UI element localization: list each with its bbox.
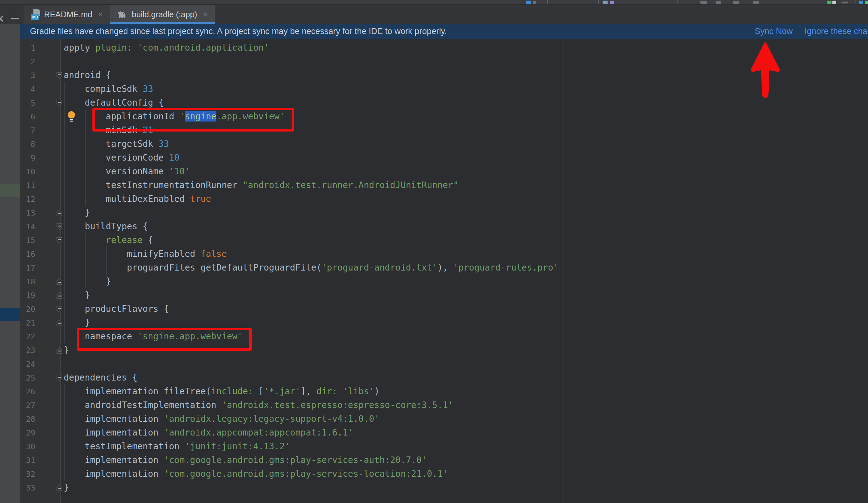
fold-column: [35, 82, 64, 96]
indent-guide: [64, 316, 65, 330]
toolbar-icon[interactable]: [533, 1, 536, 4]
sync-now-link[interactable]: Sync Now: [755, 27, 793, 36]
fold-collapse-icon[interactable]: [56, 100, 62, 106]
fold-dash: [58, 213, 61, 214]
line-number: 29: [20, 428, 35, 437]
fold-column: [35, 398, 64, 412]
code-text[interactable]: apply plugin: 'com.android.application': [64, 41, 269, 55]
toolbar-icon[interactable]: [842, 2, 848, 3]
toolbar-icon[interactable]: [753, 1, 759, 4]
fold-collapse-icon[interactable]: [56, 72, 62, 79]
toolbar-icon[interactable]: [700, 1, 707, 4]
indent-guide: [85, 178, 86, 192]
fold-expand-icon[interactable]: [56, 485, 62, 491]
code-text[interactable]: minifyEnabled false: [64, 247, 227, 261]
indent-guide: [85, 151, 86, 165]
indent-guide: [64, 192, 65, 206]
code-line: 9 versionCode 10: [20, 151, 868, 165]
fold-column: [35, 302, 64, 316]
fold-expand-icon[interactable]: [56, 278, 62, 285]
code-text[interactable]: versionCode 10: [64, 151, 179, 165]
line-number: 32: [20, 470, 35, 479]
code-text[interactable]: dependencies {: [64, 371, 137, 385]
fold-dash: [58, 102, 61, 103]
toolbar-icon[interactable]: [859, 1, 863, 4]
line-number: 3: [20, 71, 35, 80]
hide-icon[interactable]: [11, 18, 19, 19]
code-line: 29 implementation 'androidx.appcompat:ap…: [20, 426, 868, 440]
fold-column: [35, 96, 64, 110]
fold-collapse-icon[interactable]: [56, 306, 62, 312]
toolbar-separator: [855, 0, 856, 4]
indent-guide: [85, 123, 86, 137]
intention-bulb-icon[interactable]: [66, 111, 76, 122]
indent-guide: [106, 261, 107, 275]
code-text[interactable]: compileSdk 33: [64, 82, 153, 96]
tab-readme[interactable]: MD README.md ×: [24, 5, 110, 24]
code-text[interactable]: productFlavors {: [64, 302, 169, 316]
code-line: 24: [20, 357, 868, 371]
code-text[interactable]: androidTestImplementation 'androidx.test…: [64, 398, 453, 412]
line-number: 14: [20, 222, 35, 231]
code-text[interactable]: buildTypes {: [64, 220, 148, 233]
code-text[interactable]: release {: [64, 233, 153, 247]
editor-tab-bar: ✕ MD README.md × build.gradle (:app) ×: [0, 4, 868, 24]
code-text[interactable]: testInstrumentationRunner "androidx.test…: [64, 178, 458, 192]
indent-guide: [64, 275, 65, 288]
code-line: 32 implementation 'com.google.android.gm…: [20, 467, 868, 481]
run-icon[interactable]: [526, 1, 531, 4]
fold-column: [35, 110, 64, 123]
code-text[interactable]: versionName '10': [64, 165, 190, 178]
main-toolbar: [0, 0, 868, 4]
code-text[interactable]: testImplementation 'junit:junit:4.13.2': [64, 440, 290, 453]
indent-guide: [85, 233, 86, 247]
fold-collapse-icon[interactable]: [56, 237, 62, 244]
fold-expand-icon[interactable]: [56, 292, 62, 299]
code-text[interactable]: }: [64, 275, 111, 288]
toolbar-icon[interactable]: [716, 1, 721, 4]
indent-guide: [64, 302, 65, 316]
close-icon[interactable]: ×: [98, 9, 103, 19]
fold-column: [35, 481, 64, 495]
line-number: 2: [20, 57, 35, 66]
tab-build-gradle[interactable]: build.gradle (:app) ×: [110, 5, 215, 24]
code-text[interactable]: proguardFiles getDefaultProguardFile('pr…: [64, 261, 559, 275]
fold-expand-icon[interactable]: [56, 347, 62, 354]
code-text[interactable]: implementation 'com.google.android.gms:p…: [64, 453, 427, 467]
toolbar-icon[interactable]: [733, 1, 740, 4]
code-line: 1apply plugin: 'com.android.application': [20, 41, 868, 55]
line-number: 20: [20, 305, 35, 314]
code-text[interactable]: }: [64, 481, 69, 495]
indent-guide: [64, 82, 65, 96]
sync-icon[interactable]: [827, 1, 831, 4]
code-text[interactable]: implementation fileTree(include: ['*.jar…: [64, 385, 380, 398]
code-text[interactable]: android {: [64, 68, 111, 82]
code-line: 10 versionName '10': [20, 165, 868, 178]
code-text[interactable]: }: [64, 288, 90, 302]
line-number: 8: [20, 140, 35, 149]
green-marker-band: [0, 184, 20, 197]
indent-guide: [85, 110, 86, 123]
indent-guide: [64, 385, 65, 398]
fold-dash: [58, 377, 61, 378]
fold-column: [35, 220, 64, 233]
code-text[interactable]: implementation 'com.google.android.gms:p…: [64, 467, 448, 481]
code-line: 26 implementation fileTree(include: ['*.…: [20, 385, 868, 398]
code-text[interactable]: }: [64, 206, 90, 220]
fold-collapse-icon[interactable]: [56, 223, 62, 230]
ignore-changes-link[interactable]: Ignore these cha: [805, 27, 867, 36]
fold-column: [35, 41, 64, 55]
toolbar-icon[interactable]: [833, 1, 836, 4]
fold-expand-icon[interactable]: [56, 210, 62, 216]
fold-collapse-icon[interactable]: [56, 375, 62, 381]
settings-icon[interactable]: ✕: [0, 13, 4, 24]
toolbar-icon[interactable]: [865, 1, 868, 4]
code-text[interactable]: targetSdk 33: [64, 137, 169, 151]
code-text[interactable]: implementation 'androidx.appcompat:appco…: [64, 426, 353, 440]
close-icon[interactable]: ×: [203, 9, 208, 19]
fold-expand-icon[interactable]: [56, 320, 62, 326]
code-text[interactable]: implementation 'androidx.legacy:legacy-s…: [64, 412, 379, 426]
indent-guide: [64, 110, 65, 123]
code-text[interactable]: }: [64, 343, 69, 357]
line-number: 13: [20, 208, 35, 218]
